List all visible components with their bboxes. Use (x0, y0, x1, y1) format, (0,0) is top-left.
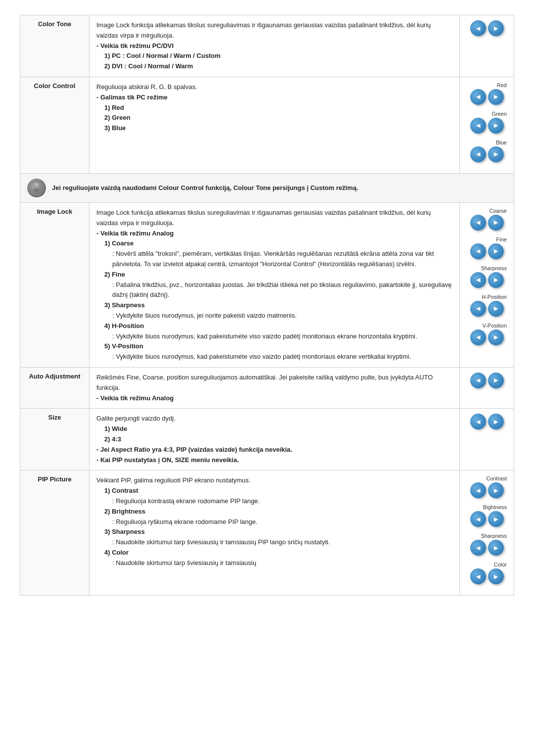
control-group-sharpness-pip: Sharpness (467, 533, 507, 556)
btn-left-green[interactable] (470, 118, 486, 134)
btn-right-size[interactable] (488, 414, 504, 429)
btn-right-fine[interactable] (488, 243, 504, 259)
control-group-contrast: Contrast (467, 475, 507, 498)
btn-pair (467, 20, 507, 36)
btn-right-sharpness-il[interactable] (488, 272, 504, 288)
btn-left-color-tone[interactable] (470, 20, 486, 36)
label-size: Size (20, 409, 89, 471)
desc-auto-adjustment: Reikšmės Fine, Coarse, position sureguli… (89, 367, 460, 408)
btn-right-color-tone[interactable] (488, 20, 504, 36)
desc-line: : Novērš attēla "troksni", piemēram, ver… (96, 249, 452, 270)
btn-left-coarse[interactable] (470, 215, 486, 231)
control-group (467, 20, 507, 36)
note-row: Jei reguliuojate vaizdą naudodami Colour… (20, 173, 514, 202)
desc-line: 1) Contrast (96, 486, 452, 496)
desc-line: : Vykdykite šiuos nurodymus, kad pakeist… (96, 352, 452, 362)
btn-pair (467, 301, 507, 317)
control-group-brightness: Bightness (467, 504, 507, 527)
control-group-coarse: Coarse (467, 208, 507, 231)
desc-line: 4) Color (96, 548, 452, 558)
btn-left-sharpness-pip[interactable] (470, 540, 486, 556)
control-label-blue: Blue (467, 140, 507, 145)
desc-line: : Reguliuoja ryškumą ekrane rodomame PIP… (96, 517, 452, 527)
btn-right-hpos[interactable] (488, 301, 504, 317)
btn-pair (467, 511, 507, 527)
control-group (467, 414, 507, 429)
label-text: PIP Picture (38, 475, 71, 483)
label-text: Image Lock (37, 208, 73, 215)
btn-right-color[interactable] (488, 568, 504, 584)
note-content: Jei reguliuojate vaizdą naudodami Colour… (27, 179, 507, 197)
desc-line: 1) Red (96, 103, 452, 113)
main-table: Color Tone Image Lock funkcija atliekama… (20, 15, 514, 596)
row-size: Size Galite perjungti vaizdo dydį. 1) Wi… (20, 409, 514, 471)
controls-image-lock: Coarse Fine Sharpnes (460, 202, 514, 367)
btn-right-coarse[interactable] (488, 215, 504, 231)
desc-line: 2) Brightness (96, 507, 452, 517)
desc-pip-picture: Veikiant PIP, galima reguliuoti PIP ekra… (89, 471, 460, 596)
btn-left-auto[interactable] (470, 373, 486, 388)
btn-left-brightness[interactable] (470, 511, 486, 527)
control-label-green: Green (467, 111, 507, 117)
btn-left-contrast[interactable] (470, 482, 486, 498)
btn-pair (467, 373, 507, 388)
btn-pair (467, 568, 507, 584)
btn-left-color[interactable] (470, 568, 486, 584)
desc-line: Reguliuoja atskirai R, G, B spalvas. (96, 82, 452, 93)
btn-left-vpos[interactable] (470, 330, 486, 345)
desc-line: : Pašalina trikdžius, pvz., horizontalia… (96, 280, 452, 301)
btn-right-sharpness-pip[interactable] (488, 540, 504, 556)
btn-left-fine[interactable] (470, 243, 486, 259)
label-color-control: Color Control (20, 77, 89, 173)
btn-right-green[interactable] (488, 118, 504, 134)
desc-line: 2) 4:3 (96, 434, 452, 445)
btn-left-size[interactable] (470, 414, 486, 429)
desc-color-tone: Image Lock funkcija atliekamas tikslus s… (89, 15, 460, 77)
desc-line: : Naudokite skirtumui tarp šviesiausių i… (96, 558, 452, 568)
control-group-sharpness-il: Sharpness (467, 265, 507, 288)
desc-line: 2) DVI : Cool / Normal / Warm (96, 61, 452, 72)
control-group-green: Green (467, 111, 507, 134)
btn-right-vpos[interactable] (488, 330, 504, 345)
control-group-blue: Blue (467, 140, 507, 162)
desc-line: : Vykdykite šiuos nurodymus, jei norite … (96, 311, 452, 321)
desc-line: - Veikia tik režimu PC/DVI (96, 41, 452, 51)
btn-right-auto[interactable] (488, 373, 504, 388)
desc-line: - Kai PIP nustatytas į ON, SIZE meniu ne… (96, 455, 452, 466)
desc-line: 2) Fine (96, 270, 452, 280)
page-container: Color Tone Image Lock funkcija atliekama… (0, 0, 534, 611)
desc-line: : Naudokite skirtumui tarp šviesiausių i… (96, 537, 452, 548)
btn-right-blue[interactable] (488, 146, 504, 162)
control-group (467, 373, 507, 388)
btn-left-red[interactable] (470, 89, 486, 105)
btn-right-contrast[interactable] (488, 482, 504, 498)
desc-line: - Veikia tik režimu Analog (96, 229, 452, 239)
controls-size (460, 409, 514, 471)
desc-line: 3) Blue (96, 123, 452, 134)
desc-line: : Reguliuoja kontrastą ekrane rodomame P… (96, 496, 452, 507)
label-text: Color Tone (38, 20, 72, 28)
control-label-vpos: V-Position (467, 323, 507, 329)
desc-line: Image Lock funkcija atliekamas tikslus s… (96, 20, 452, 41)
desc-line: - Galimas tik PC režime (96, 93, 452, 103)
btn-pair (467, 272, 507, 288)
label-text: Color Control (34, 82, 76, 90)
desc-image-lock: Image Lock funkcija atliekamas tikslus s… (89, 202, 460, 367)
control-group-red: Red (467, 82, 507, 105)
btn-left-sharpness-il[interactable] (470, 272, 486, 288)
btn-right-brightness[interactable] (488, 511, 504, 527)
desc-line: 1) Wide (96, 424, 452, 434)
btn-left-blue[interactable] (470, 146, 486, 162)
desc-line: 1) PC : Cool / Normal / Warm / Custom (96, 51, 452, 61)
btn-right-red[interactable] (488, 89, 504, 105)
desc-line: 1) Coarse (96, 238, 452, 249)
label-text: Auto Adjustment (29, 373, 80, 380)
control-label-sharpness-pip: Sharpness (467, 533, 507, 539)
btn-pair (467, 243, 507, 259)
control-label-red: Red (467, 82, 507, 88)
control-label-hpos: H-Position (467, 294, 507, 300)
btn-left-hpos[interactable] (470, 301, 486, 317)
control-group-color: Color (467, 562, 507, 584)
desc-line: Galite perjungti vaizdo dydį. (96, 414, 452, 424)
warning-icon (27, 179, 46, 197)
